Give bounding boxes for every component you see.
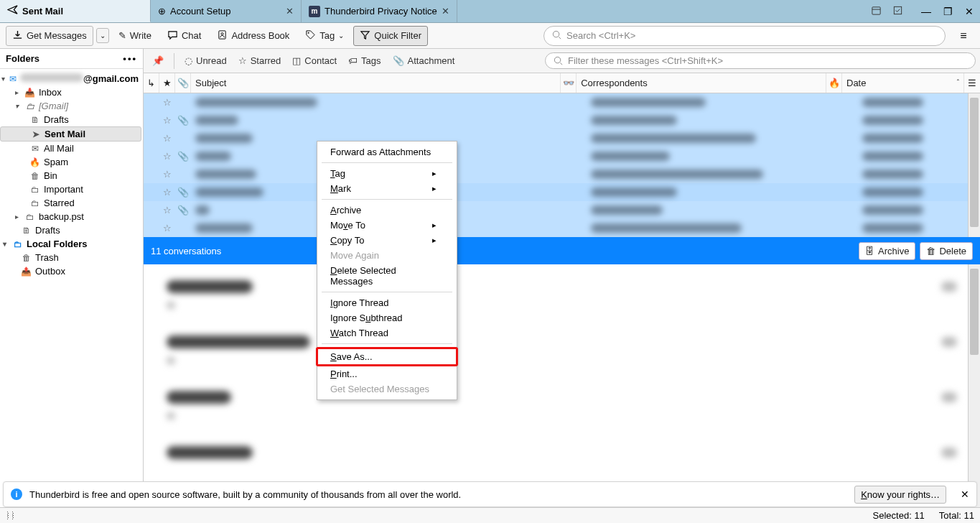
ctx-delete-selected[interactable]: Delete Selected Messages: [317, 263, 457, 289]
ctx-copy-to[interactable]: Copy To▸: [317, 233, 457, 248]
message-row[interactable]: ☆: [144, 129, 980, 147]
chevron-down-icon: ⌄: [338, 32, 344, 40]
message-row[interactable]: ☆📎: [144, 147, 980, 165]
tag-button[interactable]: Tag ⌄: [299, 26, 350, 46]
maximize-button[interactable]: ❐: [937, 6, 958, 17]
ctx-tag[interactable]: Tag▸: [317, 166, 457, 181]
svg-rect-0: [872, 6, 879, 14]
quick-filter-bar: 📌 ◌Unread ☆Starred ◫Contact 🏷Tags 📎Attac…: [144, 49, 980, 73]
message-row[interactable]: ☆📎: [144, 183, 980, 201]
close-icon[interactable]: ✕: [961, 489, 969, 500]
ctx-save-as[interactable]: Save As...: [316, 347, 458, 366]
threadpane-scrollbar[interactable]: [968, 93, 980, 237]
folder-inbox[interactable]: ▸📥Inbox: [0, 85, 141, 99]
online-icon[interactable]: ⧘⧘: [6, 510, 16, 521]
folder-trash[interactable]: 🗑Trash: [0, 251, 141, 264]
minimize-button[interactable]: —: [915, 6, 937, 17]
filter-attachment[interactable]: 📎Attachment: [388, 52, 459, 69]
col-picker[interactable]: ☰: [964, 73, 980, 93]
message-row[interactable]: ☆: [144, 219, 980, 237]
filter-starred[interactable]: ☆Starred: [234, 52, 286, 69]
quick-filter-button[interactable]: Quick Filter: [353, 26, 428, 46]
ctx-mark[interactable]: Mark▸: [317, 181, 457, 196]
message-row[interactable]: ☆: [144, 165, 980, 183]
folder-spam[interactable]: 🔥Spam: [0, 155, 141, 169]
svg-point-5: [308, 32, 309, 33]
ctx-move-to[interactable]: Move To▸: [317, 218, 457, 233]
filter-label: Attachment: [408, 55, 455, 66]
filter-tags[interactable]: 🏷Tags: [344, 52, 385, 69]
sort-asc-icon: ˆ: [957, 79, 959, 87]
ctx-print[interactable]: Print...: [317, 366, 457, 381]
col-attachment[interactable]: 📎: [175, 73, 191, 93]
chat-button[interactable]: Chat: [161, 26, 207, 46]
tab-account-setup[interactable]: ⊕ Account Setup ✕: [151, 0, 302, 22]
filter-unread[interactable]: ◌Unread: [180, 52, 231, 69]
message-row[interactable]: ☆📎: [144, 201, 980, 219]
global-search-input[interactable]: Search <Ctrl+K>: [543, 26, 946, 46]
close-button[interactable]: ✕: [958, 6, 980, 17]
folder-important[interactable]: 🗀Important: [0, 182, 141, 196]
folder-label: [Gmail]: [39, 101, 68, 111]
submenu-arrow-icon: ▸: [432, 169, 437, 178]
preview-item[interactable]: [144, 430, 980, 468]
folder-backup[interactable]: ▸🗀backup.pst: [0, 210, 141, 223]
folder-drafts-root[interactable]: 🗎Drafts: [0, 223, 141, 237]
tab-privacy-notice[interactable]: m Thunderbird Privacy Notice ✕: [302, 0, 457, 22]
folder-sent-mail[interactable]: ➤Sent Mail: [0, 126, 141, 142]
col-star[interactable]: ★: [159, 73, 175, 93]
col-indicator[interactable]: 🔥: [826, 73, 842, 93]
preview-item[interactable]: [144, 375, 980, 430]
folder-drafts[interactable]: 🗎Drafts: [0, 113, 141, 126]
ctx-forward-attachments[interactable]: Forward as Attachments: [317, 144, 457, 159]
filter-contact[interactable]: ◫Contact: [288, 52, 341, 69]
ctx-ignore-thread[interactable]: Ignore Thread: [317, 295, 457, 310]
filter-keep-toggle[interactable]: 📌: [148, 52, 168, 69]
get-messages-dropdown[interactable]: ⌄: [96, 28, 109, 43]
archive-button[interactable]: 🗄Archive: [859, 242, 915, 260]
folder-local[interactable]: ▾🗀Local Folders: [0, 237, 141, 251]
address-book-button[interactable]: Address Book: [210, 26, 296, 46]
ctx-ignore-subthread[interactable]: Ignore Subthread: [317, 310, 457, 325]
calendar-icon[interactable]: [865, 5, 887, 18]
filter-label: Tags: [361, 55, 381, 66]
get-messages-button[interactable]: Get Messages: [6, 26, 93, 46]
col-correspondents[interactable]: Correspondents: [577, 73, 826, 93]
svg-line-9: [560, 63, 562, 65]
archive-icon: 🗄: [865, 246, 874, 256]
folder-label: Starred: [44, 198, 75, 208]
folder-bin[interactable]: 🗑Bin: [0, 169, 141, 182]
col-thread[interactable]: ↳: [144, 73, 159, 93]
preview-scrollbar[interactable]: [968, 264, 980, 507]
thread-icon: ↳: [147, 78, 155, 88]
account-node[interactable]: ▾✉ @gmail.com: [0, 72, 141, 85]
col-read[interactable]: 👓: [561, 73, 577, 93]
close-icon[interactable]: ✕: [442, 6, 449, 17]
preview-item[interactable]: [144, 264, 980, 320]
close-icon[interactable]: ✕: [286, 6, 294, 17]
col-subject[interactable]: Subject: [191, 73, 561, 93]
folder-all-mail[interactable]: ✉All Mail: [0, 142, 141, 155]
tasks-icon[interactable]: [887, 5, 908, 18]
tab-bar: Sent Mail ⊕ Account Setup ✕ m Thunderbir…: [0, 0, 980, 23]
tab-label: Account Setup: [170, 6, 231, 17]
folder-gmail[interactable]: ▾🗀[Gmail]: [0, 99, 141, 113]
message-row[interactable]: ☆: [144, 93, 980, 111]
preview-item[interactable]: [144, 320, 980, 375]
folder-outbox[interactable]: 📤Outbox: [0, 264, 141, 278]
write-button[interactable]: ✎ Write: [112, 27, 158, 45]
message-row[interactable]: ☆📎: [144, 111, 980, 129]
ctx-archive[interactable]: Archive: [317, 203, 457, 218]
know-your-rights-button[interactable]: Know your rights…: [854, 486, 946, 504]
ctx-move-again: Move Again: [317, 248, 457, 263]
filter-search-input[interactable]: Filter these messages <Ctrl+Shift+K>: [545, 52, 976, 69]
col-date[interactable]: Dateˆ: [842, 73, 964, 93]
pin-icon: 📌: [152, 55, 164, 66]
app-menu-button[interactable]: ≡: [953, 29, 974, 42]
ctx-watch-thread[interactable]: Watch Thread: [317, 325, 457, 341]
folder-pane-menu[interactable]: •••: [123, 53, 137, 64]
folder-pane: Folders ••• ▾✉ @gmail.com ▸📥Inbox ▾🗀[Gma…: [0, 49, 144, 507]
folder-starred[interactable]: 🗀Starred: [0, 196, 141, 210]
delete-button[interactable]: 🗑Delete: [920, 242, 973, 260]
tab-sent-mail[interactable]: Sent Mail: [0, 0, 151, 22]
